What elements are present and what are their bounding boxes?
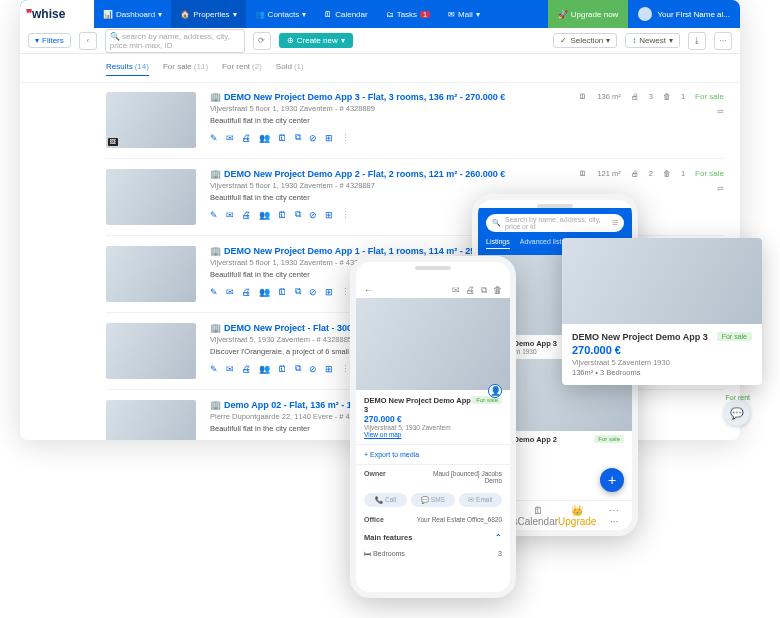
tab-for-sale[interactable]: For sale(11) <box>163 62 208 76</box>
chat-widget-icon[interactable]: 💬 <box>724 400 750 426</box>
owner-label: Owner <box>364 470 386 484</box>
refresh-icon[interactable]: ⟳ <box>253 32 271 50</box>
kebab-icon[interactable]: ⋮ <box>341 133 350 143</box>
print-icon[interactable]: 🖨 <box>242 364 251 374</box>
share-icon[interactable]: 👥 <box>259 287 270 297</box>
listing-title[interactable]: 🏢 DEMO New Project Demo App 2 - Flat, 2 … <box>210 169 560 179</box>
nav-contacts[interactable]: 👥Contacts ▾ <box>246 0 316 28</box>
user-menu[interactable]: Your First Name al... <box>628 7 740 21</box>
kebab-icon[interactable]: ⋮ <box>341 364 350 374</box>
phone-tab-advanced[interactable]: Advanced list <box>520 238 562 249</box>
more-icon[interactable]: ⋯ <box>714 32 732 50</box>
phone-status-badge: For sale <box>594 435 624 443</box>
feature-bedrooms: 🛏 Bedrooms 3 <box>356 547 510 560</box>
bn-calendar[interactable]: 🗓Calendar <box>517 501 558 530</box>
email-button[interactable]: ✉ Email <box>459 493 502 507</box>
edit-icon[interactable]: ✎ <box>210 287 218 297</box>
contact-buttons: 📞 Call 💬 SMS ✉ Email <box>356 489 510 511</box>
bn-more[interactable]: ⋯··· <box>596 501 632 530</box>
back-icon[interactable]: ← <box>364 285 373 295</box>
print-icon[interactable]: 🖨 <box>242 210 251 220</box>
person-fab-icon[interactable]: 👤 <box>488 384 502 398</box>
nav-dashboard[interactable]: 📊Dashboard ▾ <box>94 0 171 28</box>
check-icon[interactable]: ⊘ <box>309 133 317 143</box>
listing-thumbnail <box>106 246 196 302</box>
preview-card[interactable]: For sale DEMO New Project Demo App 3 270… <box>562 238 762 385</box>
calendar-icon[interactable]: 🗓 <box>278 210 287 220</box>
listing-subtitle: Vijverstraat 5 floor 1, 1930 Zaventem - … <box>210 181 560 190</box>
download-icon[interactable]: ⭳ <box>688 32 706 50</box>
result-tabs: Results(14) For sale(11) For rent(2) Sol… <box>20 54 740 83</box>
tab-for-rent[interactable]: For rent(2) <box>222 62 262 76</box>
mail-icon[interactable]: ✉ <box>226 210 234 220</box>
view-on-map-link[interactable]: View on map <box>364 431 502 438</box>
call-button[interactable]: 📞 Call <box>364 493 407 507</box>
print-icon[interactable]: 🖨 <box>242 287 251 297</box>
sms-button[interactable]: 💬 SMS <box>411 493 454 507</box>
share-icon[interactable]: 👥 <box>259 364 270 374</box>
share-icon[interactable]: 👥 <box>259 210 270 220</box>
bn-upgrade[interactable]: 👑Upgrade <box>558 501 596 530</box>
copy-icon[interactable]: ⧉ <box>295 363 301 374</box>
upgrade-button[interactable]: 🚀Upgrade now <box>548 0 629 28</box>
mail-icon[interactable]: ✉ <box>226 133 234 143</box>
copy-icon[interactable]: ⧉ <box>481 285 487 296</box>
match-icon[interactable]: ⇄ <box>717 184 724 193</box>
globe-icon[interactable]: ⊞ <box>325 287 333 297</box>
check-icon[interactable]: ⊘ <box>309 364 317 374</box>
nav-tasks[interactable]: 🗂Tasks1 <box>377 0 439 28</box>
copy-icon[interactable]: ⧉ <box>295 209 301 220</box>
share-icon[interactable]: 👥 <box>259 133 270 143</box>
nav-calendar[interactable]: 🗓Calendar <box>315 0 376 28</box>
calendar-icon[interactable]: 🗓 <box>278 364 287 374</box>
check-icon[interactable]: ⊘ <box>309 287 317 297</box>
phone-detail-price: 270.000 € <box>364 414 502 424</box>
mail-icon[interactable]: ✉ <box>226 287 234 297</box>
owner-section: Owner Maud [bounced] Jacobs Demo <box>356 465 510 489</box>
listing-title[interactable]: 🏢 DEMO New Project Demo App 3 - Flat, 3 … <box>210 92 560 102</box>
phone-detail-header: ← ✉ 🖨 ⧉ 🗑 <box>356 270 510 298</box>
features-header[interactable]: Main features ⌃ <box>356 528 510 547</box>
check-icon[interactable]: ⊘ <box>309 210 317 220</box>
edit-icon[interactable]: ✎ <box>210 133 218 143</box>
toolbar: ▾ Filters ‹ 🔍 search by name, address, c… <box>20 28 740 54</box>
selection-button[interactable]: ✓ Selection ▾ <box>553 33 617 48</box>
globe-icon[interactable]: ⊞ <box>325 364 333 374</box>
brand-logo[interactable]: ❞whise <box>20 0 94 28</box>
copy-icon[interactable]: ⧉ <box>295 286 301 297</box>
print-icon[interactable]: 🖨 <box>242 133 251 143</box>
phone-search-input[interactable]: 🔍 Search by name, address, city, price o… <box>486 214 624 232</box>
kebab-icon[interactable]: ⋮ <box>341 210 350 220</box>
phone-hero-image[interactable]: 👤 <box>356 298 510 390</box>
print-icon[interactable]: 🖨 <box>466 285 475 296</box>
delete-icon[interactable]: 🗑 <box>493 285 502 296</box>
listing-row[interactable]: 🖼 🏢 DEMO New Project Demo App 3 - Flat, … <box>106 82 724 159</box>
tab-results[interactable]: Results(14) <box>106 62 149 76</box>
listing-description: Beautifull flat in the city center <box>210 116 560 125</box>
fab-add-button[interactable]: + <box>600 468 624 492</box>
mail-icon[interactable]: ✉ <box>452 285 460 296</box>
globe-icon[interactable]: ⊞ <box>325 133 333 143</box>
create-new-button[interactable]: ⊕ Create new ▾ <box>279 33 353 48</box>
phone-tab-listings[interactable]: Listings <box>486 238 510 249</box>
search-input[interactable]: 🔍 search by name, address, city, price m… <box>105 29 245 53</box>
match-icon[interactable]: ⇄ <box>717 107 724 116</box>
calendar-icon[interactable]: 🗓 <box>278 133 287 143</box>
tab-sold[interactable]: Sold(1) <box>276 62 304 76</box>
calendar-icon[interactable]: 🗓 <box>278 287 287 297</box>
mail-icon[interactable]: ✉ <box>226 364 234 374</box>
filters-button[interactable]: ▾ Filters <box>28 33 71 48</box>
kebab-icon[interactable]: ⋮ <box>341 287 350 297</box>
sort-button[interactable]: ↕ Newest ▾ <box>625 33 680 48</box>
nav-mail[interactable]: ✉Mail ▾ <box>439 0 489 28</box>
edit-icon[interactable]: ✎ <box>210 364 218 374</box>
edit-icon[interactable]: ✎ <box>210 210 218 220</box>
collapse-filters-icon[interactable]: ‹ <box>79 32 97 50</box>
office-label: Office <box>364 516 384 523</box>
export-to-media-button[interactable]: + Export to media <box>356 445 510 465</box>
office-value: Your Real Estate Office_6820 <box>417 516 502 523</box>
top-navbar: ❞whise 📊Dashboard ▾ 🏠Properties ▾ 👥Conta… <box>20 0 740 28</box>
copy-icon[interactable]: ⧉ <box>295 132 301 143</box>
globe-icon[interactable]: ⊞ <box>325 210 333 220</box>
nav-properties[interactable]: 🏠Properties ▾ <box>171 0 245 28</box>
